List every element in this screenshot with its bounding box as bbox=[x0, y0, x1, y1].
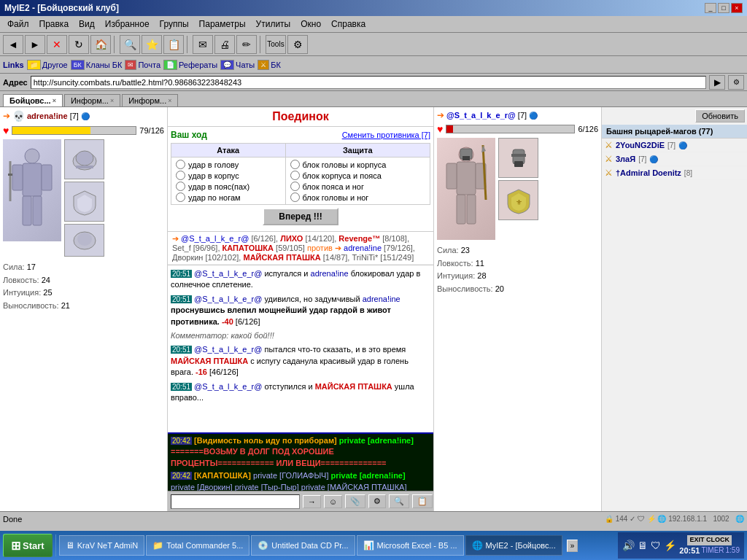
forward-button[interactable]: Вперед !!! bbox=[263, 208, 338, 225]
attach-button[interactable]: 📎 bbox=[345, 494, 365, 508]
taskbar-icon-3: 📊 bbox=[363, 540, 374, 551]
maximize-button[interactable]: □ bbox=[718, 3, 729, 13]
player-right-heart: ♥ bbox=[437, 123, 443, 135]
smile-button[interactable]: ☺ bbox=[324, 495, 342, 508]
tray-icon-0: 🔊 bbox=[622, 540, 635, 551]
go-button[interactable]: ▶ bbox=[709, 75, 725, 90]
attack-radio-0[interactable] bbox=[176, 160, 185, 169]
tab-close-1[interactable]: × bbox=[110, 97, 114, 104]
menu-utils[interactable]: Утилиты bbox=[252, 18, 295, 31]
rss-button[interactable]: ⚙ bbox=[728, 75, 744, 90]
log-maya-3: МАЙСКАЯ ПТАШКА bbox=[171, 357, 248, 365]
equip-helmet-right bbox=[498, 138, 538, 178]
menu-window[interactable]: Окно bbox=[296, 18, 325, 31]
link-links[interactable]: Links bbox=[3, 61, 24, 69]
switch-opponent-link[interactable]: Сменить противника [7] bbox=[342, 131, 430, 139]
favorites-button[interactable]: ⭐ bbox=[142, 35, 162, 54]
window-title: MyIE2 - [Бойцовский клуб] bbox=[4, 3, 119, 13]
separator-3 bbox=[260, 36, 263, 53]
stop-button[interactable]: ✕ bbox=[47, 35, 67, 54]
adrena-participants: adrena!ine bbox=[344, 244, 382, 252]
start-button[interactable]: ⊞ Start bbox=[3, 534, 53, 557]
menu-groups[interactable]: Группы bbox=[155, 18, 193, 31]
menu-params[interactable]: Параметры bbox=[195, 18, 250, 31]
attack-radio-2[interactable] bbox=[176, 182, 185, 191]
tab-1[interactable]: Информ... × bbox=[64, 94, 120, 106]
sidebar-refresh-btn[interactable]: Обновить bbox=[695, 109, 745, 122]
user-1-name[interactable]: 3лаЯ bbox=[616, 155, 635, 163]
chat-sender-0: [Видимость ноль иду по приборам] bbox=[194, 436, 339, 445]
player-left-panel: ➔ 💀 adrena!ine [7] 🔵 ♥ 79/126 bbox=[0, 107, 168, 511]
tab-close-2[interactable]: × bbox=[168, 97, 171, 104]
menu-favorites[interactable]: Избранное bbox=[101, 18, 154, 31]
taskbar-item-3[interactable]: 📊 Microsoft Excel - B5 ... bbox=[357, 535, 464, 556]
user-2-name[interactable]: †Admiral Doenitz bbox=[616, 168, 681, 177]
player-left-heart: ♥ bbox=[3, 125, 9, 136]
link-other[interactable]: 📁 Другое bbox=[27, 60, 68, 70]
tray-icon-2: 🛡 bbox=[651, 540, 661, 551]
user-0-sword: ⚔ bbox=[605, 140, 613, 150]
send-button[interactable]: → bbox=[303, 495, 321, 508]
log-time-3: 20:51 bbox=[171, 346, 192, 354]
link-refs[interactable]: 📄 Рефераты bbox=[163, 60, 217, 70]
player-right-health-bar bbox=[446, 125, 575, 133]
taskbar-item-4[interactable]: 🌐 MyIE2 - [Бойцовс... bbox=[465, 535, 562, 556]
tools-button[interactable]: Tools bbox=[266, 35, 286, 54]
player-right-name: @S_t_a_l_k_e_r@ bbox=[446, 111, 516, 120]
kapatoshka-name: КАПАТОШКА bbox=[222, 244, 274, 252]
address-bar: Адрес ▶ ⚙ bbox=[0, 74, 747, 91]
attack-radio-3[interactable] bbox=[176, 192, 185, 202]
menu-file[interactable]: Файл bbox=[3, 18, 34, 31]
attack-radio-1[interactable] bbox=[176, 171, 185, 180]
extra3-button[interactable]: 📋 bbox=[412, 494, 433, 508]
defense-radio-2[interactable] bbox=[290, 182, 300, 191]
tab-2[interactable]: Информ... × bbox=[122, 94, 178, 106]
home-button[interactable]: 🏠 bbox=[90, 35, 111, 54]
extra1-button[interactable]: ⚙ bbox=[368, 494, 386, 508]
player-right-equipment: ⚜ bbox=[498, 138, 538, 240]
taskbar-item-0[interactable]: 🖥 KraV NeT AdmiN bbox=[59, 535, 145, 556]
player-right-header: ➔ @S_t_a_l_k_e_r@ [7] 🔵 bbox=[437, 110, 598, 120]
chat-sender-1: [КАПАТОШКА] bbox=[194, 471, 253, 480]
close-button[interactable]: × bbox=[731, 3, 743, 13]
extra-button[interactable]: ⚙ bbox=[287, 35, 308, 54]
chat-input[interactable] bbox=[171, 494, 300, 509]
back-button[interactable]: ◄ bbox=[3, 35, 23, 54]
search-button[interactable]: 🔍 bbox=[120, 35, 140, 54]
link-clans[interactable]: БК Кланы БК bbox=[71, 60, 123, 70]
mail-button[interactable]: ✉ bbox=[193, 35, 213, 54]
tab-close-0[interactable]: × bbox=[53, 97, 56, 104]
menu-edit[interactable]: Правка bbox=[35, 18, 74, 31]
user-0-name[interactable]: 2YouNG2DiE bbox=[616, 141, 665, 149]
link-bk[interactable]: ⚔ БК bbox=[258, 60, 281, 70]
attack-options: удар в голову удар в корпус удар в пояс(… bbox=[171, 158, 286, 205]
forward-nav-button[interactable]: ► bbox=[25, 35, 45, 54]
stalker-participants: @S_t_a_l_k_e_r@ bbox=[181, 234, 249, 243]
time-display: 20:51 TIMER 1:59 bbox=[679, 545, 740, 556]
extra2-button[interactable]: 🔍 bbox=[389, 494, 409, 508]
chat-area[interactable]: 20:42 [Видимость ноль иду по приборам] p… bbox=[168, 432, 433, 491]
taskbar-extra-btn[interactable]: » bbox=[567, 540, 578, 552]
edit-button[interactable]: ✏ bbox=[236, 35, 257, 54]
player-left-name: adrena!ine bbox=[27, 112, 68, 120]
menu-help[interactable]: Справка bbox=[327, 18, 370, 31]
address-input[interactable] bbox=[31, 76, 706, 89]
defense-radio-3[interactable] bbox=[290, 192, 300, 202]
player-left-health-text: 79/126 bbox=[139, 126, 164, 135]
defense-radio-0[interactable] bbox=[290, 160, 300, 169]
taskbar-item-1[interactable]: 📁 Total Commander 5... bbox=[146, 535, 249, 556]
menu-view[interactable]: Вид bbox=[74, 18, 99, 31]
link-chats[interactable]: 💬 Чаты bbox=[220, 60, 255, 70]
minimize-button[interactable]: _ bbox=[705, 3, 716, 13]
history-button[interactable]: 📋 bbox=[163, 35, 184, 54]
svg-point-9 bbox=[76, 151, 93, 166]
tray-icon-1: 🖥 bbox=[638, 540, 648, 551]
link-mail[interactable]: ✉ Почта bbox=[125, 60, 160, 70]
print-button[interactable]: 🖨 bbox=[214, 35, 235, 54]
battle-log[interactable]: 20:51 @S_t_a_l_k_e_r@ испугался и adrena… bbox=[168, 265, 433, 432]
tab-0[interactable]: Бойцовс... × bbox=[3, 94, 63, 106]
defense-radio-1[interactable] bbox=[290, 171, 300, 180]
taskbar-item-2[interactable]: 💿 Untitled Data CD Pr... bbox=[251, 535, 355, 556]
refresh-nav-button[interactable]: ↻ bbox=[69, 35, 89, 54]
tabs-bar: Бойцовс... × Информ... × Информ... × bbox=[0, 91, 747, 107]
